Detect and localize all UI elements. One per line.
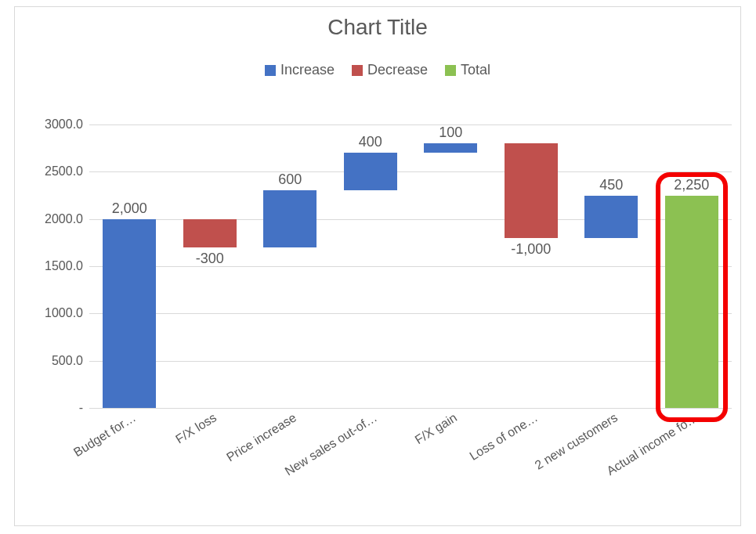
legend-item-total: Total: [445, 62, 490, 78]
x-tick-label: Loss of one…: [467, 410, 540, 464]
bar-value-label: 2,000: [112, 200, 147, 217]
bar-increase: [584, 196, 638, 238]
y-tick-label: -: [20, 401, 89, 415]
legend-label: Increase: [280, 62, 335, 78]
bar-value-label: 100: [439, 124, 462, 141]
bar-increase: [344, 153, 397, 190]
waterfall-column: -1,000Loss of one…: [505, 124, 558, 408]
bar-value-label: -300: [196, 251, 224, 267]
y-tick-label: 1500.0: [20, 259, 89, 273]
chart-title: Chart Title: [15, 15, 740, 40]
legend-swatch-increase: [265, 65, 276, 76]
bar-value-label: 600: [278, 171, 302, 188]
bar-decrease: [505, 143, 558, 238]
legend-label: Total: [461, 62, 490, 78]
y-tick-label: 3000.0: [20, 117, 89, 132]
y-tick-label: 500.0: [20, 354, 89, 368]
bar-increase: [424, 143, 477, 153]
gridline: [89, 408, 732, 409]
legend-swatch-decrease: [352, 65, 363, 76]
legend-swatch-total: [445, 65, 456, 76]
y-tick-label: 1000.0: [20, 306, 89, 320]
chart-frame: Chart Title Increase Decrease Total -500…: [14, 6, 741, 526]
legend: Increase Decrease Total: [15, 62, 740, 78]
x-tick-label: Budget for…: [71, 410, 139, 460]
x-tick-label: F/X gain: [413, 410, 460, 447]
y-tick-label: 2000.0: [20, 212, 89, 226]
x-tick-label: Price increase: [224, 410, 299, 464]
bar-decrease: [183, 219, 237, 247]
legend-label: Decrease: [367, 62, 428, 78]
waterfall-column: 400New sales out-of…: [344, 124, 397, 408]
legend-item-decrease: Decrease: [352, 62, 428, 78]
bar-increase: [263, 190, 317, 247]
legend-item-increase: Increase: [265, 62, 335, 78]
bar-value-label: 400: [359, 134, 382, 150]
waterfall-column: 4502 new customers: [584, 124, 638, 408]
waterfall-column: 600Price increase: [263, 124, 317, 408]
waterfall-column: 2,000Budget for…: [103, 124, 156, 408]
annotation-highlight-box: [656, 172, 728, 423]
waterfall-column: -300F/X loss: [183, 124, 237, 408]
bar-value-label: 450: [599, 177, 623, 193]
bar-value-label: -1,000: [511, 241, 551, 258]
plot-area: -500.01000.01500.02000.02500.03000.02,00…: [89, 124, 732, 409]
waterfall-column: 100F/X gain: [424, 124, 477, 408]
x-tick-label: F/X loss: [173, 410, 219, 446]
y-tick-label: 2500.0: [20, 164, 89, 179]
bar-increase: [103, 219, 156, 408]
